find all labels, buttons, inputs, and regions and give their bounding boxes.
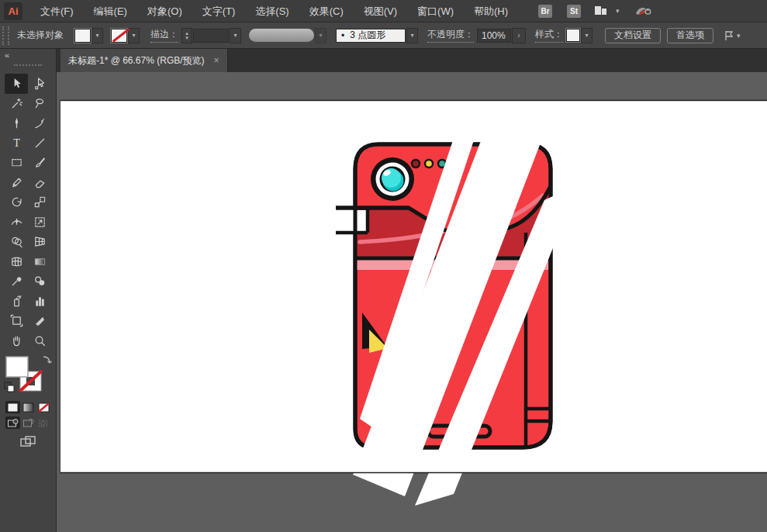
scale-tool[interactable]	[28, 192, 51, 212]
blend-tool[interactable]	[28, 271, 51, 292]
menu-view[interactable]: 视图(V)	[354, 0, 407, 22]
opacity-field[interactable]: 100%	[477, 29, 511, 43]
draw-behind-icon	[22, 418, 34, 428]
paintbrush-tool[interactable]	[28, 153, 51, 173]
line-segment-tool[interactable]	[28, 133, 51, 154]
direct-selection-tool[interactable]	[28, 74, 51, 94]
lasso-tool[interactable]	[28, 94, 51, 114]
menu-file[interactable]: 文件(F)	[30, 0, 84, 22]
style-swatch[interactable]	[566, 29, 580, 42]
menu-object[interactable]: 对象(O)	[137, 0, 192, 22]
mesh-icon	[10, 255, 23, 268]
shape-builder-tool[interactable]	[5, 232, 28, 252]
menu-effect[interactable]: 效果(C)	[299, 0, 354, 22]
menu-select[interactable]: 选择(S)	[245, 0, 299, 22]
shape-builder-icon	[10, 235, 23, 248]
align-flag-icon[interactable]	[723, 29, 735, 42]
rotate-icon	[10, 195, 23, 209]
collapse-panel-button[interactable]: «	[5, 50, 9, 60]
blend-icon	[33, 275, 47, 288]
stroke-weight-stepper[interactable]: ▴▾	[181, 28, 192, 43]
menu: 文件(F) 编辑(E) 对象(O) 文字(T) 选择(S) 效果(C) 视图(V…	[30, 0, 518, 22]
stroke-weight-label[interactable]: 描边：	[150, 28, 178, 43]
artboard-tool[interactable]	[5, 311, 28, 331]
pencil-tool[interactable]	[28, 113, 51, 133]
hand-tool[interactable]	[5, 331, 28, 351]
rotate-tool[interactable]	[5, 192, 28, 212]
screen-mode-button[interactable]	[19, 435, 36, 451]
menu-type[interactable]: 文字(T)	[192, 0, 246, 22]
tools-grid: T	[5, 74, 51, 351]
chevron-down-icon[interactable]: ▾	[737, 32, 741, 40]
gradient-button[interactable]	[21, 401, 36, 413]
stroke-weight-dropdown[interactable]: ▾	[230, 28, 241, 43]
close-icon[interactable]: ×	[214, 55, 219, 66]
gradient-tool[interactable]	[28, 252, 51, 272]
column-graph-tool[interactable]	[28, 292, 51, 312]
document-tab-bar: « 未标题-1* @ 66.67% (RGB/预览) ×	[0, 49, 767, 72]
hinge-notch	[336, 210, 368, 231]
eraser-tool[interactable]	[28, 173, 51, 193]
width-profile-dropdown[interactable]: ▾	[406, 28, 418, 43]
artboard-icon	[10, 314, 23, 327]
width-icon	[10, 216, 23, 229]
color-button[interactable]	[5, 401, 20, 413]
brush-definition-dropdown[interactable]: ▾	[315, 28, 326, 43]
menu-help[interactable]: 帮助(H)	[464, 0, 518, 22]
scale-icon	[33, 195, 47, 209]
illustrator-window: Ai 文件(F) 编辑(E) 对象(O) 文字(T) 选择(S) 效果(C) 视…	[0, 0, 767, 532]
drawing-mode-buttons	[5, 416, 51, 429]
zoom-tool[interactable]	[28, 331, 51, 351]
stock-icon[interactable]: St	[567, 5, 581, 18]
symbol-sprayer-tool[interactable]	[5, 292, 28, 312]
fill-stroke-indicator[interactable]	[3, 354, 53, 398]
blob-brush-tool[interactable]	[5, 173, 28, 193]
bridge-icon[interactable]: Br	[538, 5, 552, 18]
tools-panel: T	[0, 72, 57, 532]
draw-normal-button[interactable]	[5, 416, 20, 429]
menu-edit[interactable]: 编辑(E)	[84, 0, 137, 22]
variable-width-profile-field[interactable]: • 3 点圆形	[336, 29, 406, 43]
none-button[interactable]	[36, 401, 51, 413]
app-logo[interactable]: Ai	[4, 2, 22, 20]
rectangle-tool[interactable]	[5, 153, 28, 173]
pen-tool[interactable]	[5, 113, 28, 133]
type-icon: T	[10, 136, 23, 150]
panel-grip[interactable]	[2, 26, 9, 45]
eyedropper-tool[interactable]	[5, 271, 28, 292]
slice-icon	[33, 314, 47, 327]
menu-window[interactable]: 窗口(W)	[407, 0, 464, 22]
style-label[interactable]: 样式：	[535, 28, 563, 43]
arrange-documents-icon[interactable]	[594, 5, 607, 17]
stroke-weight-field[interactable]	[193, 29, 229, 43]
free-transform-icon	[33, 216, 47, 229]
canvas-area[interactable]	[57, 72, 767, 532]
opacity-expand-button[interactable]: ›	[512, 28, 526, 43]
free-transform-tool[interactable]	[28, 212, 51, 233]
chevron-down-icon[interactable]: ▾	[616, 7, 620, 15]
stroke-color-swatch[interactable]	[111, 29, 127, 43]
perspective-grid-tool[interactable]	[28, 232, 51, 252]
document-tab[interactable]: 未标题-1* @ 66.67% (RGB/预览) ×	[60, 49, 228, 72]
type-tool[interactable]: T	[5, 133, 28, 154]
preferences-button[interactable]: 首选项	[667, 28, 713, 43]
cs-live-icon[interactable]	[634, 5, 651, 17]
mesh-tool[interactable]	[5, 252, 28, 272]
document-setup-button[interactable]: 文档设置	[605, 28, 661, 43]
slice-tool[interactable]	[28, 311, 51, 331]
draw-inside-button[interactable]	[36, 416, 51, 429]
magic-wand-tool[interactable]	[5, 94, 28, 114]
fill-dropdown[interactable]: ▾	[92, 28, 103, 43]
fill-swatch	[6, 357, 28, 377]
panel-drag-grip[interactable]	[14, 64, 42, 66]
brush-profile-name: 3 点圆形	[350, 29, 385, 42]
style-dropdown[interactable]: ▾	[581, 28, 593, 43]
opacity-label[interactable]: 不透明度：	[427, 28, 474, 43]
artboard-view	[57, 72, 767, 532]
selection-tool[interactable]	[5, 74, 28, 94]
width-tool[interactable]	[5, 212, 28, 233]
fill-color-swatch[interactable]	[74, 29, 91, 43]
brush-definition-preview[interactable]	[249, 29, 314, 42]
menu-bar: Ai 文件(F) 编辑(E) 对象(O) 文字(T) 选择(S) 效果(C) 视…	[0, 0, 767, 22]
draw-behind-button[interactable]	[21, 416, 36, 429]
